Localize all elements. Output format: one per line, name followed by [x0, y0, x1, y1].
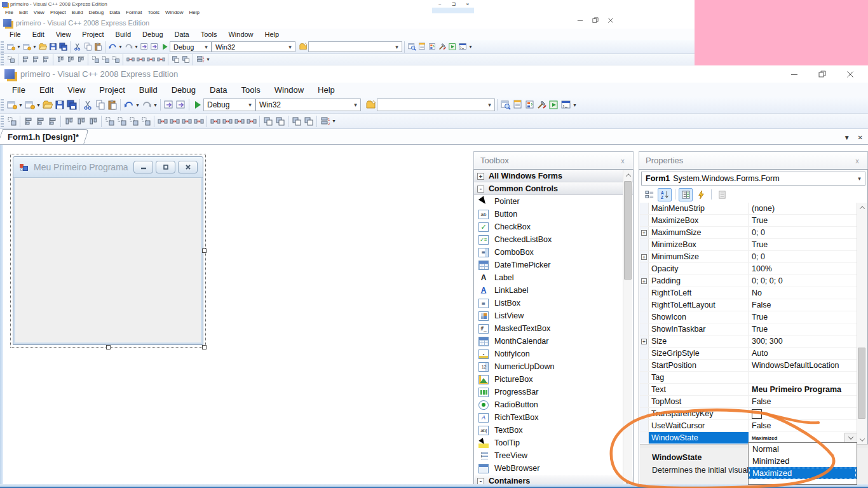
toolbox-item[interactable]: Button: [474, 208, 633, 220]
toolbox-item[interactable]: DateTimePicker: [474, 259, 633, 271]
properties-view-icon[interactable]: [679, 188, 693, 201]
menu-item[interactable]: Data: [203, 85, 233, 95]
menu-item[interactable]: File: [4, 30, 26, 38]
dropdown-option[interactable]: Normal: [749, 443, 857, 455]
property-row[interactable]: + Text Meu Primeiro Programa: [640, 384, 858, 396]
toolbox-icon[interactable]: [536, 99, 548, 111]
close-icon[interactable]: ×: [466, 1, 469, 7]
v-spacing-remove-icon[interactable]: [245, 115, 257, 127]
menu-item[interactable]: File: [6, 85, 32, 95]
cut-icon[interactable]: [72, 42, 83, 52]
solution-explorer-icon[interactable]: [407, 42, 417, 52]
events-icon[interactable]: [694, 188, 708, 201]
property-row[interactable]: + RightToLeft No: [640, 287, 858, 299]
minimize-icon[interactable]: [780, 67, 808, 81]
toolbox-section-header[interactable]: + All Windows Forms: [474, 170, 633, 182]
v-spacing-increase-icon[interactable]: [221, 115, 233, 127]
property-value[interactable]: WindowsDefaultLocation: [749, 360, 858, 371]
redo-icon[interactable]: [123, 42, 133, 52]
command-window-icon[interactable]: [458, 42, 468, 52]
undo-icon[interactable]: [123, 99, 135, 111]
align-lefts-icon[interactable]: [22, 115, 34, 127]
toolbox-item[interactable]: CheckBox: [474, 220, 633, 233]
dropdown-arrow-icon[interactable]: ▾: [135, 102, 140, 108]
active-files-dropdown-icon[interactable]: ▼: [844, 134, 850, 141]
add-item-icon[interactable]: [22, 42, 32, 52]
property-row[interactable]: + MaximizeBox True: [640, 215, 858, 227]
menu-item[interactable]: Window: [268, 85, 310, 95]
property-gutter[interactable]: +: [640, 372, 649, 383]
property-value[interactable]: [749, 372, 858, 383]
toolbox-item[interactable]: RichTextBox: [474, 411, 633, 424]
property-row[interactable]: + SizeGripStyle Auto: [640, 348, 858, 360]
resize-handle-right[interactable]: [202, 248, 207, 253]
menu-item[interactable]: Project: [50, 10, 66, 15]
new-project-icon[interactable]: [6, 99, 18, 111]
menu-item[interactable]: Build: [133, 85, 164, 95]
close-document-icon[interactable]: ✕: [858, 134, 863, 141]
property-row[interactable]: + StartPosition WindowsDefaultLocation: [640, 360, 858, 372]
toolbar-grip[interactable]: [1, 99, 4, 111]
v-spacing-icon[interactable]: [146, 55, 156, 65]
property-value[interactable]: Auto: [749, 348, 858, 359]
find-combo[interactable]: ▾: [377, 98, 495, 111]
navigate-back-icon[interactable]: [163, 99, 175, 111]
align-bottoms-icon[interactable]: [76, 55, 86, 65]
platform-combo[interactable]: Win32▾: [255, 98, 361, 111]
restore-icon[interactable]: ⊐: [452, 1, 456, 7]
property-gutter[interactable]: +: [640, 360, 649, 371]
send-back-icon[interactable]: [180, 55, 191, 65]
property-gutter[interactable]: +: [640, 348, 649, 359]
save-all-icon[interactable]: [65, 99, 78, 111]
dropdown-arrow-icon[interactable]: ▾: [118, 44, 123, 50]
toolbox-item[interactable]: Label: [474, 271, 633, 284]
menu-item[interactable]: Build: [111, 30, 136, 38]
start-debug-icon[interactable]: [159, 42, 170, 52]
tab-order-icon[interactable]: [319, 115, 331, 127]
menu-item[interactable]: Window: [223, 30, 258, 38]
document-tab[interactable]: Form1.h [Design]*: [0, 129, 86, 145]
align-rights-icon[interactable]: [46, 115, 58, 127]
close-icon[interactable]: x: [852, 157, 862, 165]
start-page-icon[interactable]: [548, 99, 560, 111]
h-spacing-decrease-icon[interactable]: [180, 115, 193, 127]
object-browser-icon[interactable]: [524, 99, 536, 111]
scrollbar-thumb[interactable]: [858, 348, 865, 419]
toolbox-item[interactable]: ProgressBar: [474, 386, 633, 398]
property-row[interactable]: + TransparencyKey: [640, 408, 858, 420]
toolbox-item[interactable]: LinkLabel: [474, 284, 633, 297]
value-dropdown-icon[interactable]: [844, 433, 857, 443]
property-value[interactable]: [749, 408, 858, 419]
property-gutter[interactable]: +: [640, 384, 649, 395]
property-gutter[interactable]: +: [640, 311, 649, 323]
align-bottoms-icon[interactable]: [87, 115, 99, 127]
property-value[interactable]: Meu Primeiro Programa: [749, 384, 858, 395]
snap-to-grid-icon[interactable]: [6, 55, 16, 65]
dropdown-arrow-icon[interactable]: ▾: [32, 44, 37, 50]
scroll-up-icon[interactable]: [857, 203, 867, 212]
menu-item[interactable]: Project: [77, 30, 109, 38]
property-value[interactable]: 100%: [749, 263, 858, 274]
property-value[interactable]: True: [749, 311, 858, 323]
toolbar-options-icon[interactable]: ▾: [572, 102, 578, 108]
center-vertically-icon[interactable]: [274, 115, 286, 127]
toolbox-item[interactable]: ToolTip: [474, 437, 633, 449]
property-row[interactable]: + UseWaitCursor False: [640, 420, 858, 432]
expand-collapse-icon[interactable]: -: [477, 478, 484, 485]
paste-icon[interactable]: [106, 99, 118, 111]
dropdown-arrow-icon[interactable]: ▾: [36, 102, 41, 108]
dropdown-option[interactable]: Maximized: [749, 467, 857, 479]
menu-item[interactable]: Project: [93, 85, 131, 95]
property-row[interactable]: + Opacity 100%: [640, 263, 858, 275]
property-row[interactable]: + TopMost False: [640, 396, 858, 408]
property-gutter[interactable]: +: [640, 239, 649, 250]
menu-item[interactable]: Help: [260, 30, 285, 38]
open-file-icon[interactable]: [37, 42, 48, 52]
toolbox-header[interactable]: Toolbox x: [473, 151, 634, 169]
property-gutter[interactable]: +: [640, 227, 649, 238]
menu-item[interactable]: Edit: [33, 85, 60, 95]
properties-window-icon[interactable]: [417, 42, 427, 52]
property-value[interactable]: 0; 0: [749, 227, 858, 238]
menu-item[interactable]: Debug: [137, 30, 168, 38]
same-height-icon[interactable]: [111, 55, 121, 65]
